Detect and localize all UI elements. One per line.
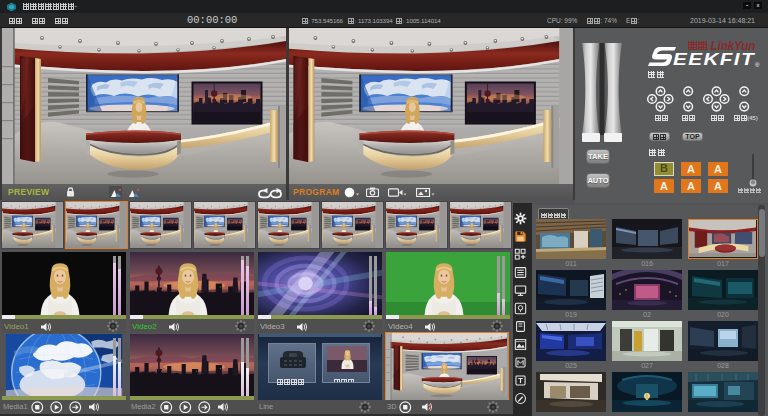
svg-text:®: ® <box>755 62 760 68</box>
svg-text:EEKFIT: EEKFIT <box>673 50 755 69</box>
